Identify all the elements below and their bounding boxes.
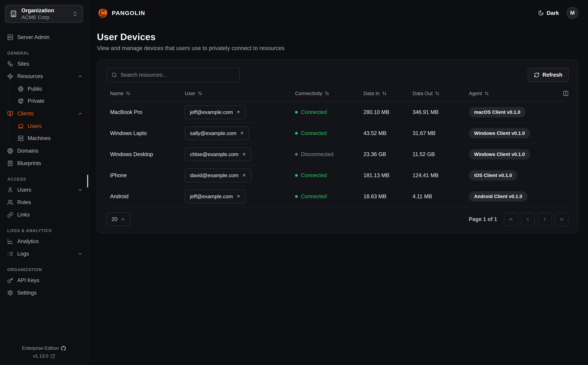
sidebar: Organization ACME Corp. Server Admin GEN… — [0, 0, 88, 365]
sidebar-item-server-admin[interactable]: Server Admin — [0, 31, 88, 43]
agent-badge: iOS Client v0.1.0 — [469, 170, 517, 181]
link-icon — [7, 212, 13, 218]
prev-page-button[interactable] — [521, 212, 535, 226]
column-label: Connectivity — [295, 91, 322, 96]
monitor-up-icon — [7, 111, 13, 117]
version-link[interactable]: v1.13.0 — [33, 353, 55, 359]
pager-status: Page 1 of 1 — [469, 216, 497, 222]
status-label: Connected — [301, 193, 327, 200]
sidebar-item-label: Resources — [17, 73, 73, 79]
connectivity-status: Connected — [292, 172, 360, 179]
sidebar-item-client-users[interactable]: Users — [12, 120, 88, 132]
status-dot-icon — [295, 153, 298, 156]
sidebar-item-roles[interactable]: Roles — [0, 196, 88, 209]
sidebar-item-private[interactable]: Private — [12, 95, 88, 107]
refresh-icon — [534, 72, 539, 78]
theme-toggle[interactable]: Dark — [538, 10, 559, 16]
sidebar-item-label: Logs — [17, 251, 73, 257]
arrow-up-right-icon — [242, 152, 246, 157]
top-right: Dark M — [538, 7, 578, 19]
connectivity-status: Connected — [292, 130, 360, 136]
sidebar-item-resources[interactable]: Resources — [0, 70, 88, 83]
page-title: User Devices — [97, 31, 578, 42]
sidebar-item-label: Machines — [28, 135, 83, 141]
device-name: Windows Lapto — [107, 130, 181, 136]
user-email: david@example.com — [190, 173, 238, 178]
refresh-button[interactable]: Refresh — [528, 68, 569, 82]
sidebar-nav: Server Admin GENERAL Sites Resources Pub… — [0, 28, 88, 346]
user-link[interactable]: chloe@example.com — [185, 147, 251, 161]
user-email: sally@example.com — [190, 130, 237, 136]
column-header-name[interactable]: Name — [107, 91, 181, 96]
chevron-down-icon — [78, 187, 83, 192]
edition-link[interactable]: Enterprise Edition — [22, 346, 66, 351]
column-header-data-in[interactable]: Data In — [360, 91, 409, 96]
status-dot-icon — [295, 132, 298, 135]
user-link[interactable]: sally@example.com — [185, 126, 249, 140]
data-out-value: 4.11 MB — [409, 193, 466, 200]
sort-icon — [382, 91, 387, 96]
chevron-right-icon — [542, 217, 548, 222]
sidebar-item-label: Server Admin — [17, 34, 83, 40]
sidebar-item-analytics[interactable]: Analytics — [0, 235, 88, 248]
table-row: MacBook Pro jeff@example.com Connected 2… — [107, 102, 569, 123]
search-input[interactable] — [121, 72, 235, 78]
pager: Page 1 of 1 — [469, 212, 569, 226]
column-label: Data In — [364, 91, 380, 96]
sidebar-item-machines[interactable]: Machines — [12, 132, 88, 144]
column-label: Data Out — [413, 91, 433, 96]
sidebar-item-public[interactable]: Public — [12, 83, 88, 95]
sidebar-item-links[interactable]: Links — [0, 209, 88, 221]
user-link[interactable]: jeff@example.com — [185, 105, 246, 119]
globe-icon — [7, 148, 13, 154]
section-title-logs-analytics: LOGS & ANALYTICS — [0, 228, 88, 233]
chart-line-icon — [7, 239, 13, 244]
connectivity-status: Disconnected — [292, 151, 360, 157]
avatar[interactable]: M — [566, 7, 578, 19]
section-title-general: GENERAL — [0, 51, 88, 56]
sidebar-item-label: Public — [28, 86, 83, 92]
table-row: Windows Lapto sally@example.com Connecte… — [107, 123, 569, 144]
chevrons-up-down-icon — [72, 11, 78, 17]
sort-icon — [484, 91, 489, 96]
sort-icon — [198, 91, 202, 96]
gear-icon — [7, 290, 13, 296]
sidebar-item-clients[interactable]: Clients — [0, 107, 88, 120]
column-header-user[interactable]: User — [181, 91, 292, 96]
first-page-button[interactable] — [504, 212, 518, 226]
column-header-connectivity[interactable]: Connectivity — [292, 91, 360, 96]
user-email: chloe@example.com — [190, 151, 238, 157]
globe-lock-icon — [18, 98, 23, 104]
next-page-button[interactable] — [538, 212, 552, 226]
page-size-value: 20 — [111, 216, 117, 222]
user-link[interactable]: jeff@example.com — [185, 190, 246, 204]
sidebar-item-sites[interactable]: Sites — [0, 58, 88, 70]
data-in-value: 181.13 MB — [360, 172, 409, 179]
org-selector[interactable]: Organization ACME Corp. — [5, 5, 83, 23]
sidebar-item-domains[interactable]: Domains — [0, 145, 88, 157]
page-size-select[interactable]: 20 — [107, 212, 130, 226]
arrow-up-right-icon — [236, 194, 240, 199]
sidebar-item-users[interactable]: Users — [0, 184, 88, 196]
building-icon — [10, 10, 17, 17]
chevron-down-icon — [78, 251, 83, 256]
sidebar-item-blueprints[interactable]: Blueprints — [0, 157, 88, 169]
sidebar-item-label: API Keys — [17, 277, 83, 283]
agent-badge: Windows Client v0.1.0 — [469, 128, 530, 139]
column-header-data-out[interactable]: Data Out — [409, 91, 466, 96]
sidebar-item-logs[interactable]: Logs — [0, 248, 88, 260]
sidebar-item-api-keys[interactable]: API Keys — [0, 274, 88, 287]
receipt-icon — [7, 160, 13, 166]
data-out-value: 11.52 GB — [409, 151, 466, 157]
column-visibility-button[interactable] — [563, 91, 569, 96]
arrow-up-right-icon — [242, 173, 246, 178]
sidebar-scrollbar[interactable] — [87, 175, 88, 188]
sidebar-item-settings[interactable]: Settings — [0, 287, 88, 299]
column-header-agent[interactable]: Agent — [466, 91, 555, 96]
laptop-icon — [18, 123, 23, 129]
data-in-value: 23.36 GB — [360, 151, 409, 157]
user-link[interactable]: david@example.com — [185, 168, 251, 182]
last-page-button[interactable] — [555, 212, 569, 226]
globe-icon — [18, 86, 23, 92]
refresh-label: Refresh — [543, 72, 562, 78]
